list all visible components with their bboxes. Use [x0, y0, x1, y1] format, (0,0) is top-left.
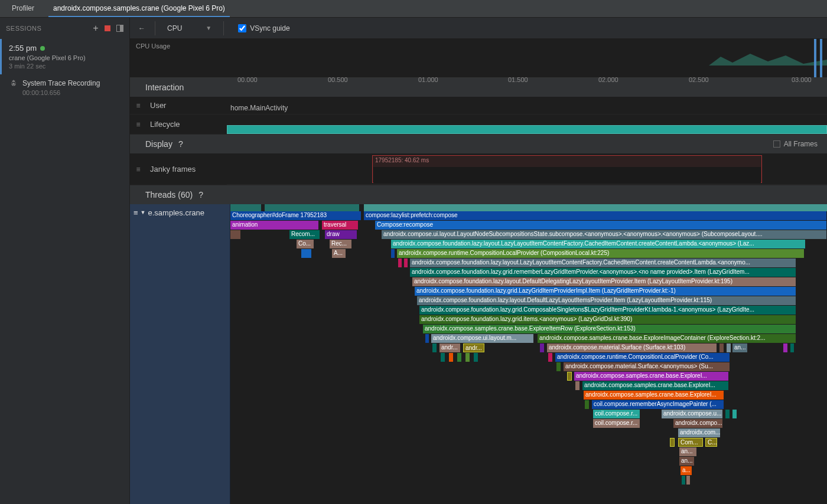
flame-block[interactable]: androidx.compose.foundation.lazy.layout.… — [410, 258, 796, 267]
record-icon[interactable] — [105, 25, 110, 31]
flame-block[interactable]: Co... — [297, 240, 314, 248]
collapse-icon[interactable]: ▼ — [141, 210, 146, 215]
flame-block[interactable]: androidx.compose.ui.layout.m... — [431, 334, 534, 343]
flame-block[interactable]: androidx.com... — [678, 428, 721, 437]
flame-block[interactable]: andr... — [463, 343, 484, 352]
cpu-timeline[interactable]: 00.000 00.500 01.000 01.500 02.000 02.50… — [230, 39, 827, 77]
flame-block[interactable]: androidx.compose.foundation.lazy.grid.Co… — [419, 306, 796, 315]
flame-block[interactable]: coil.compose.r... — [593, 419, 640, 428]
flame-block[interactable] — [670, 438, 675, 447]
flame-block[interactable]: androidx.compose.foundation.lazy.grid.La… — [415, 287, 796, 296]
drag-handle-icon[interactable]: ≡ — [130, 120, 146, 129]
flame-block[interactable] — [230, 230, 241, 239]
mode-dropdown[interactable]: CPU▼ — [162, 22, 216, 35]
flame-block[interactable]: draw — [325, 230, 357, 239]
profiler-tab[interactable]: Profiler — [7, 1, 39, 17]
flame-block[interactable]: androidx.compose.material.Surface (Surfa… — [547, 343, 717, 352]
flame-block[interactable]: Compose:recompose — [375, 221, 827, 230]
drag-handle-icon[interactable]: ≡ — [130, 102, 146, 110]
panel-toggle-icon[interactable] — [116, 25, 123, 32]
janky-track[interactable]: ≡ Janky frames 17952185: 40.62 ms — [130, 153, 827, 185]
help-icon[interactable]: ? — [198, 190, 203, 199]
vsync-checkbox[interactable]: VSync guide — [238, 24, 289, 32]
flame-block[interactable]: A... — [332, 249, 346, 258]
flame-block[interactable] — [398, 258, 402, 267]
drag-handle-icon[interactable]: ≡ — [134, 208, 138, 217]
flame-block[interactable]: C... — [705, 438, 717, 447]
lifecycle-bar[interactable] — [227, 125, 827, 134]
flame-block[interactable] — [457, 353, 462, 362]
flame-block[interactable] — [719, 343, 724, 352]
flame-block[interactable] — [404, 258, 408, 267]
frame-segment[interactable] — [373, 167, 491, 183]
flame-block[interactable] — [686, 476, 691, 485]
flame-block[interactable]: androidx.compose.foundation.lazy.grid.re… — [410, 268, 796, 277]
session-item[interactable]: 2:55 pm crane (Google Pixel 6 Pro) 3 min… — [0, 39, 129, 74]
flame-block[interactable]: an... — [679, 447, 697, 456]
flame-block[interactable] — [548, 353, 553, 362]
flame-block[interactable] — [474, 353, 478, 362]
selection-marker[interactable] — [814, 39, 816, 77]
flame-block[interactable] — [682, 476, 686, 485]
flame-block[interactable]: Choreographer#doFrame 17952183 — [230, 211, 362, 220]
flame-block[interactable]: androidx.compose.material.Surface.<anony… — [564, 362, 730, 371]
interaction-header[interactable]: Interaction — [130, 78, 827, 97]
drag-handle-icon[interactable]: ≡ — [130, 165, 146, 174]
add-session-icon[interactable]: + — [93, 23, 99, 34]
flame-chart[interactable]: Choreographer#doFrame 17952183compose:la… — [230, 204, 827, 504]
app-tab[interactable]: androidx.compose.samples.crane (Google P… — [48, 1, 230, 17]
flame-block[interactable] — [540, 343, 545, 352]
selection-marker[interactable] — [820, 39, 822, 77]
flame-block[interactable]: androidx.compose.foundation.lazy.grid.it… — [419, 315, 796, 324]
flame-block[interactable] — [441, 353, 445, 362]
flame-block[interactable] — [727, 343, 731, 352]
flame-block[interactable]: androidx.compose.samples.crane.base.Expl… — [538, 334, 796, 343]
flame-block[interactable] — [585, 400, 590, 409]
all-frames-checkbox[interactable]: All Frames — [773, 140, 818, 148]
flame-block[interactable] — [556, 362, 561, 371]
trace-item[interactable]: System Trace Recording 00:00:10.656 — [0, 74, 129, 101]
flame-block[interactable]: androidx.compose.samples.crane.base.Expl… — [582, 381, 729, 390]
flame-block[interactable] — [725, 410, 730, 418]
flame-block[interactable]: Rec... — [330, 240, 352, 248]
flame-block[interactable] — [790, 343, 795, 352]
flame-block[interactable] — [449, 353, 454, 362]
flame-block[interactable]: coil.compose.rememberAsyncImagePainter (… — [592, 400, 724, 409]
flame-block[interactable]: Com... — [678, 438, 703, 447]
flame-block[interactable]: traversal — [322, 221, 359, 230]
flame-block[interactable] — [567, 372, 572, 381]
flame-block[interactable] — [432, 343, 437, 352]
flame-block[interactable] — [732, 410, 737, 418]
threads-header[interactable]: Threads (60) ? — [130, 185, 827, 204]
flame-block[interactable]: a... — [681, 466, 692, 475]
flame-block[interactable]: androidx.compose.runtime.CompositionLoca… — [555, 353, 730, 362]
flame-block[interactable]: coil.compose.r... — [593, 410, 640, 418]
flame-block[interactable]: androidx.compose.u... — [662, 410, 723, 418]
flame-block[interactable]: Recom... — [289, 230, 320, 239]
flame-block[interactable]: animation — [230, 221, 319, 230]
flame-block[interactable]: androidx.compo... — [673, 419, 723, 428]
flame-block[interactable] — [465, 353, 470, 362]
flame-block[interactable]: compose:lazylist:prefetch:compose — [364, 211, 827, 220]
back-icon[interactable]: ← — [136, 22, 148, 35]
flame-block[interactable] — [391, 249, 395, 258]
flame-block[interactable]: androidx.compose.samples.crane.base.Expl… — [574, 372, 729, 381]
flame-block[interactable]: an... — [732, 343, 748, 352]
flame-block[interactable]: androidx.compose.foundation.lazy.layout.… — [412, 277, 796, 286]
flame-block[interactable]: androidx.compose.runtime.CompositionLoca… — [397, 249, 805, 258]
frame-segment[interactable] — [491, 167, 761, 183]
display-header[interactable]: Display ? All Frames — [130, 135, 827, 153]
flame-block[interactable] — [301, 249, 312, 258]
help-icon[interactable]: ? — [178, 139, 183, 149]
flame-block[interactable] — [425, 334, 429, 343]
flame-block[interactable] — [783, 343, 788, 352]
flame-block[interactable]: androidx.compose.samples.crane.base.Expl… — [584, 391, 724, 400]
flame-block[interactable]: andr... — [439, 343, 461, 352]
flame-block[interactable]: androidx.compose.foundation.lazy.layout.… — [417, 296, 796, 305]
flame-block[interactable]: an... — [679, 457, 695, 466]
lifecycle-track[interactable]: ≡ Lifecycle home.MainActivity — [130, 114, 827, 135]
flame-block[interactable] — [575, 381, 580, 390]
vsync-input[interactable] — [238, 24, 246, 32]
flame-block[interactable]: androidx.compose.foundation.lazy.layout.… — [391, 240, 806, 248]
thread-row[interactable]: ≡ ▼ e.samples.crane — [130, 204, 230, 221]
